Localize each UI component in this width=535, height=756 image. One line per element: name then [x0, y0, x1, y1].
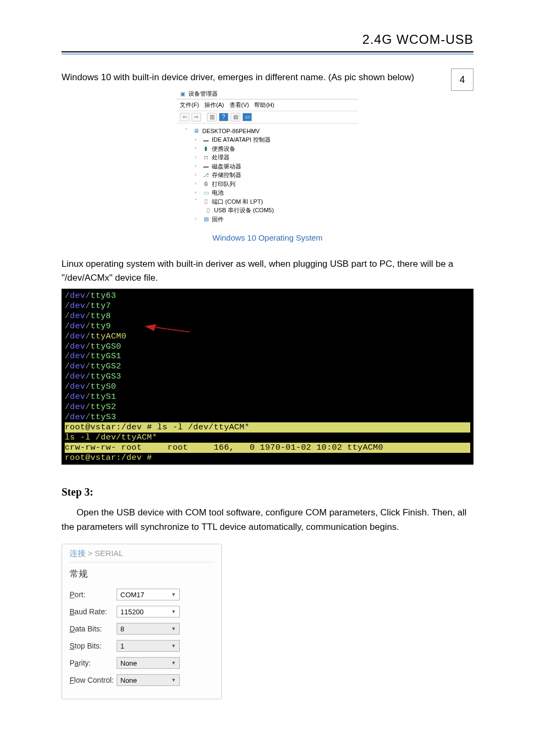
printer-icon: ⎙	[202, 181, 210, 187]
step3-body: Open the USB device with COM tool softwa…	[62, 506, 473, 534]
dm-toolbar: ⇦ ⇨ ▥ ? ▤ ▭	[177, 111, 358, 124]
baud-select[interactable]: 115200▼	[117, 606, 180, 618]
term-line: /dev/ttyGS2	[65, 361, 470, 372]
portable-icon: ▮	[202, 145, 210, 152]
dm-menu-action[interactable]: 操作(A)	[204, 101, 224, 109]
forward-icon[interactable]: ⇨	[192, 113, 201, 121]
row-data: Data Bits: 8▼	[70, 623, 214, 635]
term-line: /dev/tty8	[65, 311, 470, 321]
port-select[interactable]: COM17▼	[117, 589, 180, 600]
intro-text-1: Windows 10 with built-in device driver, …	[62, 71, 473, 84]
term-line: /dev/ttyS2	[65, 402, 470, 412]
stop-label: Stop Bits:	[70, 642, 117, 650]
term-line: /dev/ttyGS3	[65, 372, 470, 382]
term-prompt: root@vstar:/dev #	[65, 453, 470, 463]
dm-menu-file[interactable]: 文件(F)	[180, 101, 199, 109]
firmware-icon: ▤	[202, 216, 210, 222]
dm-item-portable[interactable]: ›▮便携设备	[181, 144, 354, 153]
back-icon[interactable]: ⇦	[180, 113, 189, 121]
row-stop: Stop Bits: 1▼	[70, 640, 214, 652]
breadcrumb: 连接 > SERIAL	[70, 549, 214, 562]
row-port: Port: COM17▼	[70, 589, 214, 600]
term-ls-echo: ls -l /dev/ttyACM*	[65, 433, 470, 443]
dm-caption: Windows 10 Operating System	[62, 233, 473, 242]
dm-window-title: ▣ 设备管理器	[177, 89, 358, 99]
dm-menubar: 文件(F) 操作(A) 查看(V) 帮助(H)	[177, 99, 358, 111]
doc-header-title: 2.4G WCOM-USB	[62, 32, 473, 52]
device-manager-icon: ▣	[179, 90, 186, 97]
dm-item-firmware[interactable]: ›▤固件	[181, 215, 354, 224]
row-baud: Baud Rate: 115200▼	[70, 606, 214, 618]
chevron-down-icon: ▼	[171, 592, 176, 597]
chevron-down-icon: ▼	[171, 677, 176, 683]
dm-item-ide[interactable]: ›▬IDE ATA/ATAPI 控制器	[181, 135, 354, 144]
chevron-down-icon: ▼	[171, 609, 176, 614]
term-line-acm0: /dev/ttyACM0	[65, 331, 470, 342]
scan-icon[interactable]: ▤	[231, 113, 240, 121]
term-line: /dev/tty63	[65, 291, 470, 301]
serial-config-panel: 连接 > SERIAL 常规 Port: COM17▼ Baud Rate: 1…	[62, 544, 222, 699]
dm-item-cpu[interactable]: ›□处理器	[181, 153, 354, 162]
term-line: /dev/ttyS3	[65, 412, 470, 422]
step3-heading: Step 3:	[62, 486, 473, 498]
term-line: /dev/ttyS1	[65, 392, 470, 402]
term-line: /dev/ttyGS1	[65, 351, 470, 361]
breadcrumb-current: SERIAL	[95, 549, 123, 558]
term-line: /dev/tty9	[65, 321, 470, 331]
dm-root[interactable]: ˅🖥DESKTOP-86PEHMV	[181, 127, 354, 136]
flow-select[interactable]: None▼	[117, 674, 180, 686]
data-label: Data Bits:	[70, 624, 117, 633]
port-label: Port:	[70, 590, 117, 599]
dm-title-text: 设备管理器	[188, 90, 218, 98]
ports-icon: ⌷	[202, 198, 210, 205]
storage-icon: ⎇	[202, 172, 210, 178]
term-line: /dev/ttyS0	[65, 382, 470, 392]
data-select[interactable]: 8▼	[117, 623, 180, 635]
dm-tree: ˅🖥DESKTOP-86PEHMV ›▬IDE ATA/ATAPI 控制器 ›▮…	[177, 124, 358, 229]
cpu-icon: □	[202, 154, 210, 160]
dm-item-usb-com5[interactable]: ⌷USB 串行设备 (COM5)	[181, 206, 354, 215]
dm-menu-help[interactable]: 帮助(H)	[254, 101, 274, 109]
row-flow: Flow Control: None▼	[70, 674, 214, 686]
breadcrumb-link[interactable]: 连接	[70, 549, 86, 558]
term-line: /dev/tty7	[65, 301, 470, 311]
dm-item-storage[interactable]: ›⎇存储控制器	[181, 171, 354, 180]
parity-select[interactable]: None▼	[117, 657, 180, 669]
header-rule	[62, 53, 473, 55]
chevron-down-icon: ▼	[171, 660, 176, 666]
term-listing: crw-rw-rw- root root 166, 0 1970-01-02 1…	[65, 443, 470, 453]
stop-select[interactable]: 1▼	[117, 640, 180, 652]
term-line: /dev/ttyGS0	[65, 342, 470, 352]
dm-item-battery[interactable]: ›▭电池	[181, 188, 354, 197]
dm-menu-view[interactable]: 查看(V)	[230, 101, 249, 109]
flow-label: Flow Control:	[70, 676, 117, 684]
intro-text-2: Linux operating system with built-in der…	[62, 257, 473, 284]
help-icon[interactable]: ?	[219, 113, 228, 121]
breadcrumb-sep: >	[86, 549, 95, 558]
computer-icon: 🖥	[193, 128, 200, 134]
serial-section-title: 常规	[70, 568, 214, 580]
term-cmd: root@vstar:/dev # ls -l /dev/ttyACM*	[65, 422, 470, 433]
baud-label: Baud Rate:	[70, 607, 117, 616]
dm-item-ports[interactable]: ˅⌷端口 (COM 和 LPT)	[181, 197, 354, 206]
row-parity: Parity: None▼	[70, 657, 214, 669]
monitor-icon[interactable]: ▭	[242, 113, 252, 121]
device-manager-window: ▣ 设备管理器 文件(F) 操作(A) 查看(V) 帮助(H) ⇦ ⇨ ▥ ? …	[177, 89, 358, 229]
linux-terminal: ◄─── /dev/tty63 /dev/tty7 /dev/tty8 /dev…	[62, 289, 473, 465]
page-number: 4	[451, 68, 473, 91]
properties-icon[interactable]: ▥	[207, 113, 217, 121]
disk-icon: ▬	[202, 163, 210, 169]
ide-icon: ▬	[202, 136, 210, 143]
usb-serial-icon: ⌷	[204, 207, 212, 213]
parity-label: Parity:	[70, 659, 117, 667]
chevron-down-icon: ▼	[171, 643, 176, 649]
dm-item-disk[interactable]: ›▬磁盘驱动器	[181, 162, 354, 171]
battery-icon: ▭	[202, 189, 210, 196]
dm-item-print[interactable]: ›⎙打印队列	[181, 180, 354, 189]
chevron-down-icon: ▼	[171, 626, 176, 631]
